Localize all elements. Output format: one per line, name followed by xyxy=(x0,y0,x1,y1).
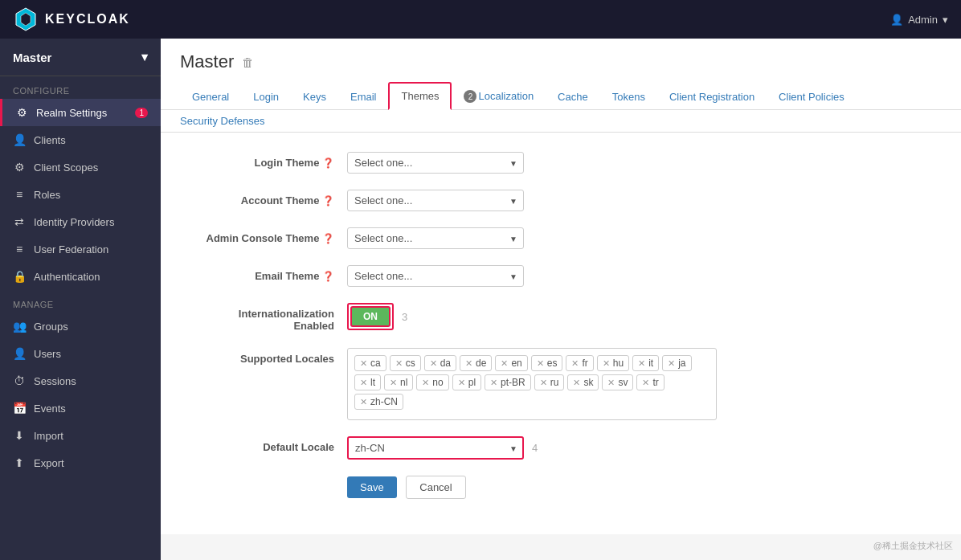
default-locale-select[interactable]: zh-CN xyxy=(347,436,524,460)
remove-locale-icon[interactable]: ✕ xyxy=(490,378,497,388)
remove-locale-icon[interactable]: ✕ xyxy=(540,378,547,388)
email-theme-label: Email Theme ❓ xyxy=(186,265,347,282)
step-4-label: 4 xyxy=(532,442,538,454)
locale-tag: ✕en xyxy=(495,355,527,371)
user-menu[interactable]: 👤 Admin ▾ xyxy=(890,14,948,26)
watermark: @稀土掘金技术社区 xyxy=(873,540,953,552)
locale-label: pt-BR xyxy=(501,377,525,388)
remove-locale-icon[interactable]: ✕ xyxy=(501,358,508,369)
locale-tag: ✕pt-BR xyxy=(485,374,531,390)
tab-cache[interactable]: Cache xyxy=(546,84,600,110)
cancel-button[interactable]: Cancel xyxy=(406,476,465,499)
tab-localization[interactable]: 2Localization xyxy=(452,83,546,111)
sidebar-item-groups[interactable]: 👥 Groups xyxy=(0,313,161,340)
sidebar-item-clients[interactable]: 👤 Clients xyxy=(0,126,161,153)
locale-tag: ✕zh-CN xyxy=(354,394,403,410)
remove-locale-icon[interactable]: ✕ xyxy=(537,358,544,369)
login-theme-group: Login Theme ❓ Select one... xyxy=(186,152,935,174)
remove-locale-icon[interactable]: ✕ xyxy=(571,358,579,369)
remove-locale-icon[interactable]: ✕ xyxy=(390,378,397,388)
sidebar-item-export[interactable]: ⬆ Export xyxy=(0,449,161,476)
internationalization-toggle-wrapper: ON 3 xyxy=(347,303,407,330)
sidebar-item-client-scopes[interactable]: ⚙ Client Scopes xyxy=(0,153,161,181)
sidebar-item-import[interactable]: ⬇ Import xyxy=(0,422,161,449)
tab-general[interactable]: General xyxy=(180,84,241,110)
tab-email[interactable]: Email xyxy=(338,84,389,110)
locale-label: it xyxy=(648,358,653,369)
login-theme-select[interactable]: Select one... xyxy=(347,152,524,174)
identity-providers-icon: ⇄ xyxy=(13,215,26,228)
locale-tag: ✕ja xyxy=(662,355,691,371)
sidebar-item-label: Identity Providers xyxy=(34,216,114,228)
remove-locale-icon[interactable]: ✕ xyxy=(668,358,675,369)
account-theme-label: Account Theme ❓ xyxy=(186,190,347,206)
sub-tab-security-defenses[interactable]: Security Defenses xyxy=(180,115,265,127)
user-label: Admin xyxy=(908,14,938,26)
remove-locale-icon[interactable]: ✕ xyxy=(360,378,367,388)
sidebar-item-label: User Federation xyxy=(34,243,108,255)
realm-name: Master xyxy=(13,51,51,64)
tab-bar: General Login Keys Email Themes 2Localiz… xyxy=(180,82,942,109)
manage-section-label: Manage xyxy=(0,290,161,313)
remove-locale-icon[interactable]: ✕ xyxy=(603,358,610,369)
locale-tag: ✕fr xyxy=(566,355,593,371)
supported-locales-group: Supported Locales ✕ca✕cs✕da✕de✕en✕es✕fr✕… xyxy=(186,348,935,420)
remove-locale-icon[interactable]: ✕ xyxy=(465,358,472,369)
sidebar-item-realm-settings[interactable]: ⚙ Realm Settings 1 xyxy=(0,99,161,126)
sidebar-item-user-federation[interactable]: ≡ User Federation xyxy=(0,235,161,263)
remove-locale-icon[interactable]: ✕ xyxy=(458,378,465,388)
sidebar-item-authentication[interactable]: 🔒 Authentication xyxy=(0,263,161,290)
form-buttons-group: Save Cancel xyxy=(186,476,935,499)
sidebar-item-events[interactable]: 📅 Events xyxy=(0,394,161,422)
email-theme-select[interactable]: Select one... xyxy=(347,265,524,287)
user-federation-icon: ≡ xyxy=(13,243,26,255)
locale-label: sk xyxy=(583,377,593,388)
account-theme-help-icon[interactable]: ❓ xyxy=(322,195,334,206)
tab-keys[interactable]: Keys xyxy=(291,84,338,110)
tab-login[interactable]: Login xyxy=(241,84,291,110)
form-buttons: Save Cancel xyxy=(347,476,466,499)
account-theme-select-wrapper: Select one... xyxy=(347,190,524,211)
save-button[interactable]: Save xyxy=(347,476,397,498)
sidebar-item-label: Realm Settings xyxy=(36,107,107,119)
locale-label: sv xyxy=(618,377,628,388)
delete-realm-icon[interactable]: 🗑 xyxy=(242,55,254,69)
remove-locale-icon[interactable]: ✕ xyxy=(642,378,649,388)
tab-tokens[interactable]: Tokens xyxy=(600,84,657,110)
sidebar-item-users[interactable]: 👤 Users xyxy=(0,340,161,367)
remove-locale-icon[interactable]: ✕ xyxy=(422,378,429,388)
internationalization-toggle[interactable]: ON xyxy=(350,306,391,327)
login-theme-help-icon[interactable]: ❓ xyxy=(322,157,334,169)
admin-console-theme-group: Admin Console Theme ❓ Select one... xyxy=(186,227,935,249)
email-theme-help-icon[interactable]: ❓ xyxy=(322,271,334,282)
locale-label: de xyxy=(476,358,486,369)
admin-console-theme-select-wrapper: Select one... xyxy=(347,227,524,249)
supported-locales-label: Supported Locales xyxy=(186,348,347,365)
realm-selector[interactable]: Master ▾ xyxy=(0,39,161,76)
sidebar-item-identity-providers[interactable]: ⇄ Identity Providers xyxy=(0,208,161,235)
sidebar-item-sessions[interactable]: ⏱ Sessions xyxy=(0,367,161,394)
default-locale-group: Default Locale zh-CN 4 xyxy=(186,436,935,460)
tab-themes[interactable]: Themes xyxy=(388,82,452,110)
remove-locale-icon[interactable]: ✕ xyxy=(573,378,580,388)
tab-client-registration[interactable]: Client Registration xyxy=(657,84,767,110)
users-icon: 👤 xyxy=(13,347,26,360)
remove-locale-icon[interactable]: ✕ xyxy=(430,358,437,369)
sidebar-item-roles[interactable]: ≡ Roles xyxy=(0,181,161,208)
sidebar-item-label: Client Scopes xyxy=(34,161,98,174)
remove-locale-icon[interactable]: ✕ xyxy=(395,358,403,369)
tab-client-policies[interactable]: Client Policies xyxy=(767,84,857,110)
page-title: Master xyxy=(180,51,234,72)
admin-console-theme-help-icon[interactable]: ❓ xyxy=(322,233,334,244)
remove-locale-icon[interactable]: ✕ xyxy=(360,358,367,369)
brand-text: KEYCLOAK xyxy=(45,12,130,27)
account-theme-select[interactable]: Select one... xyxy=(347,190,524,211)
default-locale-select-wrapper: zh-CN xyxy=(347,436,524,460)
remove-locale-icon[interactable]: ✕ xyxy=(638,358,645,369)
admin-console-theme-select[interactable]: Select one... xyxy=(347,227,524,249)
remove-locale-icon[interactable]: ✕ xyxy=(607,378,615,388)
locale-label: ja xyxy=(678,358,685,369)
remove-locale-icon[interactable]: ✕ xyxy=(360,397,367,407)
supported-locales-tags[interactable]: ✕ca✕cs✕da✕de✕en✕es✕fr✕hu✕it✕ja✕lt✕nl✕no✕… xyxy=(347,348,717,420)
locale-tag: ✕sv xyxy=(602,374,633,390)
